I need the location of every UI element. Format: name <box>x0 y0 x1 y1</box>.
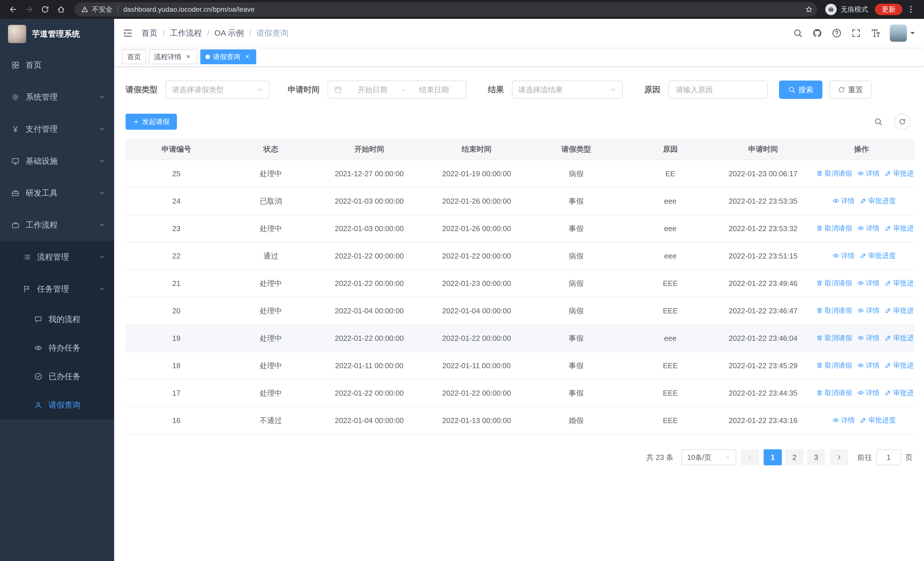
reload-button[interactable] <box>38 2 52 17</box>
bookmark-star-icon[interactable] <box>805 6 813 13</box>
breadcrumb-item-1[interactable]: 工作流程 <box>170 28 202 39</box>
detail-link[interactable]: 详情 <box>857 169 879 178</box>
sidebar-item-6[interactable]: 流程管理 <box>0 241 114 273</box>
page-button-3[interactable]: 3 <box>807 449 825 465</box>
cancel-leave-link[interactable]: 取消请假 <box>816 388 852 397</box>
toggle-search-button[interactable] <box>870 114 886 130</box>
sidebar-item-8[interactable]: 我的流程 <box>0 305 114 334</box>
approval-progress-link[interactable]: 审批进度 <box>885 169 914 178</box>
search-button[interactable]: 搜索 <box>779 81 822 99</box>
end-date-placeholder[interactable]: 结束日期 <box>408 85 460 95</box>
forward-button[interactable] <box>22 2 36 17</box>
reason-input[interactable] <box>668 81 768 99</box>
table-row[interactable]: 18处理中2022-01-11 00:00:002022-01-11 00:00… <box>126 352 914 379</box>
page-button-1[interactable]: 1 <box>764 449 782 465</box>
close-icon[interactable]: × <box>243 53 251 61</box>
detail-link[interactable]: 详情 <box>832 416 855 425</box>
sidebar-toggle-icon[interactable] <box>123 28 133 38</box>
breadcrumb-item-2[interactable]: OA 示例 <box>214 28 244 39</box>
table-row[interactable]: 19处理中2022-01-22 00:00:002022-01-22 00:00… <box>126 325 914 352</box>
sidebar-item-3[interactable]: 基础设施 <box>0 145 114 177</box>
approval-progress-link[interactable]: 审批进度 <box>860 196 896 205</box>
cancel-leave-link[interactable]: 取消请假 <box>816 169 852 178</box>
tab-2[interactable]: 请假查询× <box>200 50 256 64</box>
reset-button[interactable]: 重置 <box>829 81 872 99</box>
approval-progress-link[interactable]: 审批进度 <box>885 388 914 397</box>
sidebar-item-1[interactable]: 系统管理 <box>0 81 114 113</box>
security-warning-label[interactable]: 不安全 <box>92 5 112 14</box>
approval-progress-link[interactable]: 审批进度 <box>860 251 896 260</box>
approval-progress-link[interactable]: 审批进度 <box>885 306 914 315</box>
refresh-table-button[interactable] <box>894 114 910 130</box>
detail-link[interactable]: 详情 <box>857 306 879 315</box>
result-select[interactable]: 请选择流结果 <box>512 81 622 99</box>
font-size-button[interactable] <box>867 24 884 42</box>
view-icon <box>832 417 839 424</box>
table-row[interactable]: 24已取消2022-01-03 00:00:002022-01-26 00:00… <box>126 187 914 215</box>
next-page-button[interactable] <box>830 449 848 465</box>
sidebar-item-2[interactable]: 支付管理 <box>0 113 114 145</box>
back-button[interactable] <box>6 2 21 17</box>
leave-type-select[interactable]: 请选择请假类型 <box>165 81 269 99</box>
detail-link[interactable]: 详情 <box>832 251 855 260</box>
page-size-select[interactable]: 10条/页 <box>681 449 736 465</box>
tab-1[interactable]: 流程详情× <box>149 50 198 64</box>
table-row[interactable]: 23处理中2022-01-03 00:00:002022-01-26 00:00… <box>126 215 914 242</box>
table-row[interactable]: 20处理中2022-01-04 00:00:002022-01-04 00:00… <box>126 297 914 325</box>
approval-progress-link[interactable]: 审批进度 <box>885 361 914 370</box>
search-button[interactable] <box>789 24 806 42</box>
cell-end: 2022-01-04 00:00:00 <box>424 297 529 325</box>
tabs-bar: 首页流程详情×请假查询× <box>114 47 924 67</box>
home-button[interactable] <box>54 2 69 17</box>
user-menu[interactable] <box>890 24 915 42</box>
url-text[interactable]: dashboard.yudao.iocoder.cn/bpm/oa/leave <box>123 5 802 14</box>
prev-page-button[interactable] <box>741 449 759 465</box>
create-leave-button[interactable]: 发起请假 <box>126 114 177 130</box>
approval-progress-link[interactable]: 审批进度 <box>885 278 914 288</box>
fullscreen-button[interactable] <box>848 24 865 42</box>
table-row[interactable]: 22通过2022-01-22 00:00:002022-01-22 00:00:… <box>126 242 914 270</box>
help-button[interactable] <box>828 24 845 42</box>
apply-time-range-picker[interactable]: 开始日期 - 结束日期 <box>328 81 466 99</box>
page-buttons: 123 <box>764 449 825 465</box>
sidebar-item-7[interactable]: 任务管理 <box>0 273 114 305</box>
cancel-leave-link[interactable]: 取消请假 <box>816 306 852 315</box>
browser-menu-button[interactable] <box>903 2 918 17</box>
sidebar-item-9[interactable]: 待办任务 <box>0 334 114 362</box>
update-button[interactable]: 更新 <box>875 4 902 15</box>
sidebar-item-10[interactable]: 已办任务 <box>0 362 114 391</box>
tab-0[interactable]: 首页 <box>122 50 146 64</box>
detail-link[interactable]: 详情 <box>857 224 879 233</box>
approval-progress-link[interactable]: 审批进度 <box>860 416 896 425</box>
cancel-leave-link[interactable]: 取消请假 <box>816 224 852 233</box>
detail-link[interactable]: 详情 <box>857 333 879 343</box>
sidebar-item-5[interactable]: 工作流程 <box>0 209 114 241</box>
cancel-leave-link[interactable]: 取消请假 <box>816 361 852 370</box>
goto-page-input[interactable] <box>876 449 901 465</box>
cell-status: 已取消 <box>227 187 315 215</box>
avatar[interactable] <box>890 24 907 42</box>
table-row[interactable]: 25处理中2021-12-27 00:00:002022-01-19 00:00… <box>126 160 914 187</box>
cancel-leave-link[interactable]: 取消请假 <box>816 333 852 343</box>
detail-link[interactable]: 详情 <box>832 196 855 205</box>
cancel-leave-link[interactable]: 取消请假 <box>816 278 852 288</box>
detail-link[interactable]: 详情 <box>857 278 879 288</box>
approval-progress-link[interactable]: 审批进度 <box>885 224 914 233</box>
user-icon <box>34 401 42 409</box>
app-logo[interactable]: 芋道管理系统 <box>0 19 114 49</box>
breadcrumb-item-0[interactable]: 首页 <box>141 28 158 39</box>
close-icon[interactable]: × <box>184 53 192 61</box>
sidebar-item-0[interactable]: 首页 <box>0 49 114 81</box>
detail-link[interactable]: 详情 <box>857 388 879 397</box>
github-button[interactable] <box>809 24 826 42</box>
url-bar[interactable]: 不安全 dashboard.yudao.iocoder.cn/bpm/oa/le… <box>74 2 817 17</box>
start-date-placeholder[interactable]: 开始日期 <box>346 85 399 95</box>
table-row[interactable]: 17处理中2022-01-22 00:00:002022-01-22 00:00… <box>126 379 914 407</box>
page-button-2[interactable]: 2 <box>785 449 804 465</box>
sidebar-item-4[interactable]: 研发工具 <box>0 177 114 209</box>
detail-link[interactable]: 详情 <box>857 361 879 370</box>
approval-progress-link[interactable]: 审批进度 <box>885 333 914 343</box>
table-row[interactable]: 16不通过2022-01-04 00:00:002022-01-13 00:00… <box>126 407 914 434</box>
sidebar-item-11[interactable]: 请假查询 <box>0 391 114 419</box>
table-row[interactable]: 21处理中2022-01-22 00:00:002022-01-23 00:00… <box>126 270 914 297</box>
